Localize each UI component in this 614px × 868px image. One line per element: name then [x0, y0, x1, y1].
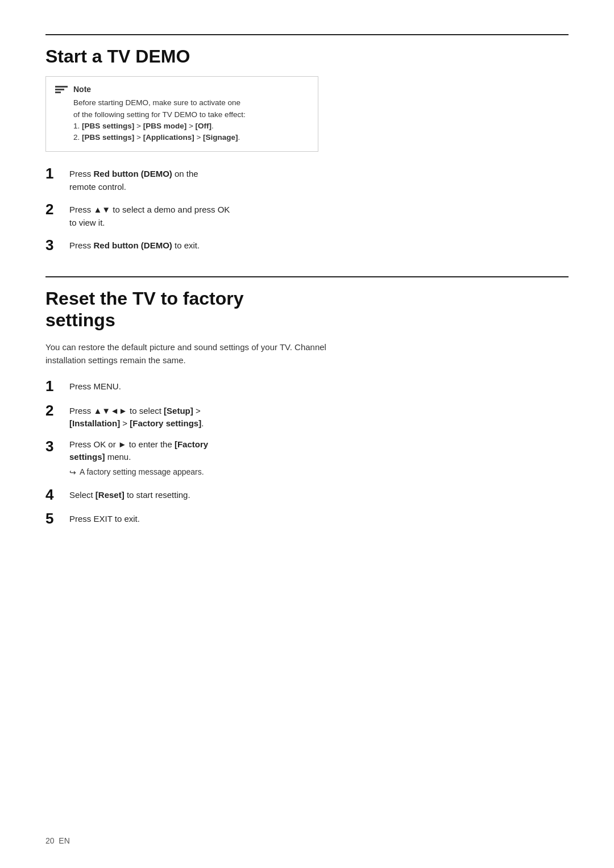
step-1-2: 2 Press ▲▼ to select a demo and press OK…	[45, 201, 569, 229]
step-2-2: 2 Press ▲▼◄► to select [Setup] >[Install…	[45, 402, 569, 430]
step-text: Press Red button (DEMO) on theremote con…	[69, 165, 198, 193]
step-2-3: 3 Press OK or ► to enter the [Factoryset…	[45, 438, 569, 479]
step-text: Press ▲▼ to select a demo and press OKto…	[69, 201, 230, 229]
step-number: 2	[45, 201, 59, 218]
step-text: Press OK or ► to enter the [Factorysetti…	[69, 437, 208, 462]
note-icon	[55, 86, 68, 93]
sub-note-text: A factory setting message appears.	[80, 466, 204, 478]
step-2-4: 4 Select [Reset] to start resetting.	[45, 487, 569, 503]
sub-note: ↪ A factory setting message appears.	[69, 466, 208, 479]
step-number: 1	[45, 378, 59, 394]
step-text: Press ▲▼◄► to select [Setup] >[Installat…	[69, 402, 204, 430]
step-text: Press MENU.	[69, 378, 121, 393]
step-number: 4	[45, 487, 59, 503]
step-2-1: 1 Press MENU.	[45, 378, 569, 394]
section1-divider	[45, 34, 569, 35]
section1-steps: 1 Press Red button (DEMO) on theremote c…	[45, 165, 569, 254]
step-text: Press Red button (DEMO) to exit.	[69, 237, 200, 252]
step-number: 5	[45, 510, 59, 527]
arrow-right-icon: ↪	[69, 467, 76, 479]
step-number: 3	[45, 237, 59, 254]
step-number: 2	[45, 402, 59, 419]
step-1-1: 1 Press Red button (DEMO) on theremote c…	[45, 165, 569, 193]
section1-title: Start a TV DEMO	[45, 45, 569, 67]
page-lang: EN	[59, 836, 69, 845]
page-footer: 20 EN	[45, 836, 70, 845]
section2-steps: 1 Press MENU. 2 Press ▲▼◄► to select [Se…	[45, 378, 569, 527]
step-number: 3	[45, 438, 59, 455]
step-number: 1	[45, 165, 59, 182]
section2-intro: You can restore the default picture and …	[45, 340, 352, 367]
section2-divider	[45, 276, 569, 277]
step-2-5: 5 Press EXIT to exit.	[45, 510, 569, 527]
step-text: Select [Reset] to start resetting.	[69, 487, 190, 502]
step-text: Press EXIT to exit.	[69, 510, 140, 526]
note-box: Note Before starting DEMO, make sure to …	[45, 76, 318, 152]
step-1-3: 3 Press Red button (DEMO) to exit.	[45, 237, 569, 254]
section2-title: Reset the TV to factorysettings	[45, 288, 569, 331]
note-content: Before starting DEMO, make sure to activ…	[73, 97, 246, 143]
page-number: 20	[45, 836, 55, 845]
note-label: Note	[73, 85, 246, 94]
